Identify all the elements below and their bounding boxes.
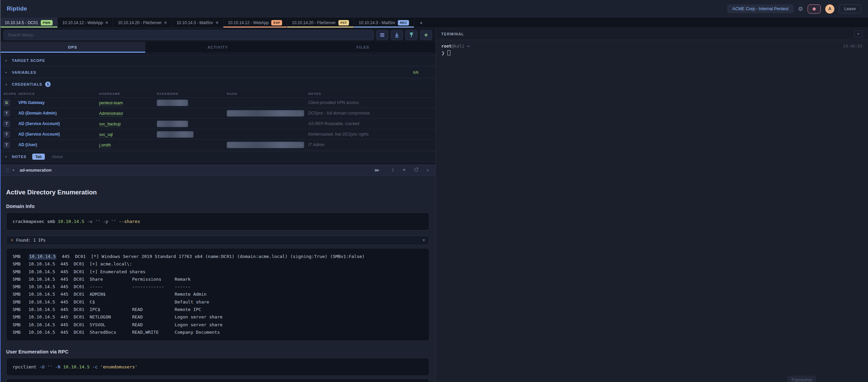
tab-ops[interactable]: OPS	[0, 42, 145, 53]
credential-notes: IT Admin	[308, 142, 431, 147]
list-view-button[interactable]	[376, 30, 388, 40]
close-icon[interactable]: ×	[426, 168, 429, 172]
tab-status-dot-icon	[164, 21, 167, 24]
censored-hash[interactable]: …	[227, 142, 304, 148]
note-heading: Active Directory Enumeration	[6, 189, 429, 196]
section-variables[interactable]: ▸ VARIABLES 6/6	[0, 67, 436, 78]
flag-icon[interactable]: ⚑	[402, 168, 406, 172]
censored-hash[interactable]: …	[227, 110, 304, 117]
credential-service: AD (Service Account)	[18, 121, 99, 126]
host-tab-label: 10.10.14.5 - DC01	[5, 20, 38, 25]
credential-notes: Client-provided VPN access	[308, 100, 431, 105]
credential-row[interactable]: T AD (Service Account) svc_backup AS-REP…	[0, 118, 436, 129]
tab-activity[interactable]: ACTIVITY	[145, 42, 291, 53]
library-pane: OPS ACTIVITY FILES ▸ TARGET SCOPE ▸ VARI…	[0, 28, 436, 382]
host-tab-fileserver[interactable]: 10.10.14.20 - FileServer	[113, 18, 172, 28]
top-bar: Riptide ACME Corp - Internal Pentest ⚙ A…	[0, 0, 868, 18]
host-tab-mailsrv[interactable]: 10.10.14.3 - MailSrv	[172, 18, 223, 28]
terminal-body[interactable]: root@kali~ 14:46:02 ❯	[436, 40, 868, 382]
host-tab-label: 10.10.14.3 - MailSrv	[359, 20, 395, 25]
new-terminal-button[interactable]: +	[854, 30, 863, 38]
chevron-down-icon: ▾	[5, 83, 9, 86]
flameshot-watermark: Flameshot	[788, 376, 816, 382]
credential-service: AD (Service Account)	[18, 132, 99, 137]
result-collapse-bar[interactable]: ⚡ Found: 1 IPs ▼	[6, 236, 429, 245]
credential-row[interactable]: T AD (User) j.smith … IT Admin	[0, 139, 436, 150]
main-split: OPS ACTIVITY FILES ▸ TARGET SCOPE ▸ VARI…	[0, 28, 868, 382]
scope-badge: T	[3, 142, 10, 148]
host-tab-label: 10.10.14.12 - WebApp	[62, 20, 103, 25]
credential-username[interactable]: Administrator	[99, 111, 123, 117]
credential-row[interactable]: T AD (Domain Admin) Administrator … DCSy…	[0, 108, 436, 118]
note-subheading-domain: Domain Info	[6, 204, 429, 209]
settings-gear-icon[interactable]: ⚙	[798, 5, 803, 12]
run-all-icon[interactable]: ▶▶	[375, 168, 378, 172]
list-icon	[380, 33, 385, 37]
import-button[interactable]	[391, 30, 403, 40]
panel-tab-bar: OPS ACTIVITY FILES	[0, 42, 436, 53]
record-dot-icon	[813, 7, 816, 11]
section-notes[interactable]: ▸ NOTES Tab Global	[0, 151, 436, 162]
lightning-bolt-icon: ⚡	[11, 238, 13, 243]
credential-username[interactable]: svc_sql	[99, 132, 113, 138]
new-tab-button[interactable]: +	[414, 18, 428, 28]
note-card-header[interactable]: ▾ ad-enumeration ▶▶ ↧ ⚑ ×	[0, 165, 436, 176]
terminal-header: TERMINAL +	[436, 28, 868, 40]
credential-service: VPN Gateway	[18, 100, 99, 105]
terminal-input-line[interactable]: ❯	[441, 50, 863, 55]
scope-badge: T	[3, 131, 10, 138]
credential-username[interactable]: pentest-team	[99, 101, 123, 106]
section-target-scope[interactable]: ▸ TARGET SCOPE	[0, 55, 436, 66]
ops-sections: ▸ TARGET SCOPE ▸ VARIABLES 6/6 ▾ CREDENT…	[0, 53, 436, 382]
tag-icon[interactable]	[414, 168, 418, 173]
prompt-host: @kali	[451, 44, 464, 49]
credential-username[interactable]: j.smith	[99, 143, 111, 148]
search-input[interactable]	[3, 30, 374, 40]
host-tab-dc01[interactable]: 10.10.14.5 - DC01 PWN	[0, 18, 58, 28]
section-credentials[interactable]: ▾ CREDENTIALS 5	[0, 79, 436, 90]
note-card: ▾ ad-enumeration ▶▶ ↧ ⚑ ×	[0, 164, 436, 382]
output-lines: SMB 10.10.14.5 445 DC01 [+] acme.local\:…	[13, 260, 423, 336]
output-line: SMB 10.10.14.5 445 DC01 [*] Windows Serv…	[13, 253, 423, 260]
status-badge-exp: EXP	[271, 20, 282, 25]
credential-row[interactable]: G VPN Gateway pentest-team Client-provid…	[0, 97, 436, 108]
censored-password[interactable]	[157, 131, 193, 138]
credentials-count-badge: 5	[45, 82, 51, 87]
scope-badge: G	[3, 100, 10, 106]
notes-scope-global-chip[interactable]: Global	[52, 155, 63, 159]
pin-insert-icon[interactable]: ↧	[391, 168, 394, 172]
host-tab-fileserver-pst[interactable]: 10.10.14.20 - FileServer PST	[287, 18, 354, 28]
host-tab-label: 10.10.14.12 - WebApp	[228, 20, 269, 25]
top-bar-actions: ACME Corp - Internal Pentest ⚙ A Leave	[727, 4, 861, 14]
status-badge-pst: PST	[338, 20, 349, 25]
notes-scope-tab-chip[interactable]: Tab	[32, 154, 45, 160]
credentials-table: SCOPE SERVICE USERNAME PASSWORD HASH NOT…	[0, 90, 436, 150]
credential-service: AD (Domain Admin)	[18, 111, 99, 116]
credential-row[interactable]: T AD (Service Account) svc_sql Kerberoas…	[0, 129, 436, 139]
chevron-down-icon: ▼	[423, 239, 425, 242]
chevron-right-icon: ▸	[5, 58, 9, 62]
app-title: Riptide	[7, 5, 27, 12]
variables-count: 6/6	[413, 70, 430, 74]
drag-handle[interactable]	[6, 168, 9, 172]
host-tab-webapp-exp[interactable]: 10.10.14.12 - WebApp EXP	[223, 18, 287, 28]
ip-highlight[interactable]: 10.10.14.5	[29, 254, 56, 259]
terminal-pane: TERMINAL + root@kali~ 14:46:02 ❯	[436, 28, 868, 382]
terminal-prompt-line: root@kali~ 14:46:02	[441, 44, 863, 49]
avatar[interactable]: A	[825, 4, 834, 14]
project-label: ACME Corp - Internal Pentest	[727, 4, 793, 13]
next-code-block-partial	[6, 379, 429, 382]
add-button[interactable]	[420, 30, 432, 40]
censored-password[interactable]	[157, 121, 188, 127]
export-button[interactable]	[405, 30, 418, 40]
tab-files[interactable]: FILES	[290, 42, 436, 53]
host-tab-mailsrv-rec[interactable]: 10.10.14.3 - MailSrv REC	[354, 18, 414, 28]
credential-notes: AS-REP Roastable, cracked	[308, 121, 431, 126]
leave-button[interactable]: Leave	[839, 4, 861, 13]
record-button[interactable]	[808, 4, 821, 14]
host-tab-webapp[interactable]: 10.10.14.12 - WebApp	[58, 18, 113, 28]
status-badge-rec: REC	[398, 20, 409, 25]
credential-username[interactable]: svc_backup	[99, 122, 121, 127]
result-label: Found: 1 IPs	[16, 238, 45, 243]
censored-password[interactable]	[157, 100, 188, 106]
